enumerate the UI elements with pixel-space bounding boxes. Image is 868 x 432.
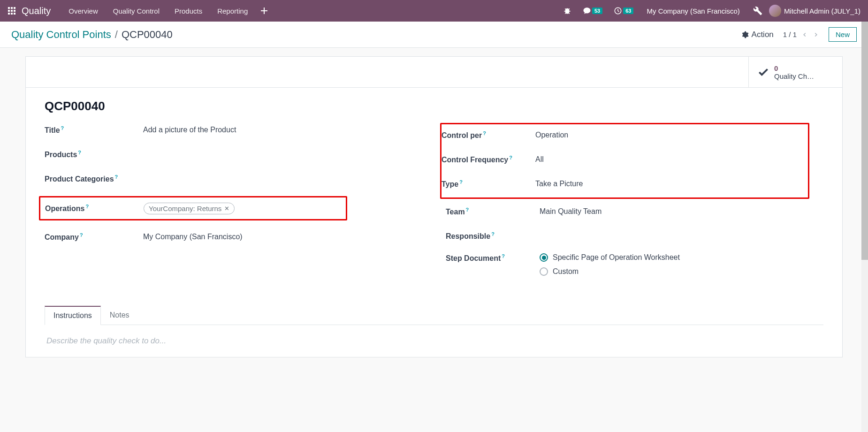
- radio-icon: [540, 267, 548, 276]
- value-operations[interactable]: YourCompany: Returns ✕: [144, 203, 235, 214]
- tabs: Instructions Notes: [45, 306, 823, 325]
- label-products: Products?: [45, 150, 143, 159]
- avatar: [769, 5, 781, 17]
- right-column: Control per? Operation Control Frequency…: [446, 123, 823, 292]
- tab-instructions[interactable]: Instructions: [45, 306, 101, 325]
- instructions-placeholder[interactable]: Describe the quality check to do...: [46, 336, 822, 346]
- label-responsible: Responsible?: [446, 231, 540, 241]
- breadcrumb-separator: /: [115, 29, 118, 41]
- pager: 1 / 1: [783, 30, 819, 38]
- value-title[interactable]: Add a picture of the Product: [143, 126, 236, 134]
- gear-icon: [741, 31, 749, 38]
- form-sheet: 0 Quality Ch… QCP00040 Title? Add a pict…: [25, 56, 843, 357]
- stat-count: 0: [774, 64, 814, 72]
- scrollbar-thumb[interactable]: [861, 22, 868, 260]
- main-navbar: Quality Overview Quality Control Product…: [0, 0, 868, 22]
- tag-operation[interactable]: YourCompany: Returns ✕: [144, 203, 235, 214]
- tab-notes[interactable]: Notes: [101, 306, 138, 325]
- label-team: Team?: [446, 207, 540, 216]
- messages-badge: 53: [592, 8, 602, 14]
- radio-icon: [540, 253, 548, 262]
- breadcrumb-parent[interactable]: Quality Control Points: [11, 29, 111, 41]
- value-team[interactable]: Main Quality Team: [540, 207, 602, 216]
- check-icon: [757, 66, 769, 78]
- pager-prev[interactable]: [801, 31, 808, 38]
- label-operations: Operations?: [45, 204, 144, 213]
- label-company: Company?: [45, 232, 143, 242]
- radio-custom[interactable]: Custom: [540, 267, 680, 276]
- value-frequency[interactable]: All: [535, 155, 544, 164]
- label-control-per: Control per?: [442, 130, 535, 140]
- user-menu[interactable]: Mitchell Admin (JULY_1): [769, 5, 860, 17]
- highlight-operations: Operations? YourCompany: Returns ✕: [39, 196, 347, 220]
- record-name: QCP00040: [45, 99, 823, 114]
- nav-products[interactable]: Products: [168, 7, 209, 15]
- apps-icon[interactable]: [8, 7, 16, 15]
- tab-content: Describe the quality check to do...: [45, 325, 823, 357]
- nav-overview[interactable]: Overview: [62, 7, 105, 15]
- new-tab-icon[interactable]: [256, 8, 272, 14]
- label-type: Type?: [442, 179, 535, 189]
- nav-reporting[interactable]: Reporting: [211, 7, 254, 15]
- svg-rect-5: [14, 10, 15, 12]
- svg-rect-4: [11, 10, 13, 12]
- value-company[interactable]: My Company (San Francisco): [143, 233, 243, 241]
- username: Mitchell Admin (JULY_1): [784, 7, 860, 15]
- label-frequency: Control Frequency?: [442, 155, 535, 164]
- activities-icon[interactable]: 63: [609, 7, 638, 15]
- svg-rect-0: [8, 7, 10, 9]
- svg-rect-7: [11, 13, 13, 15]
- label-step-doc: Step Document?: [446, 253, 540, 263]
- svg-rect-8: [14, 13, 15, 15]
- breadcrumb-bar: Quality Control Points / QCP00040 Action…: [0, 22, 868, 48]
- label-title: Title?: [45, 125, 143, 135]
- svg-rect-2: [14, 7, 15, 9]
- debug-icon[interactable]: [748, 6, 767, 15]
- tag-remove-icon[interactable]: ✕: [224, 205, 229, 212]
- company-selector[interactable]: My Company (San Francisco): [640, 7, 746, 15]
- pager-next[interactable]: [813, 31, 819, 38]
- svg-rect-6: [8, 13, 10, 15]
- new-button[interactable]: New: [829, 27, 857, 42]
- svg-rect-1: [11, 7, 13, 9]
- svg-rect-10: [261, 10, 267, 11]
- pager-text: 1 / 1: [783, 30, 797, 38]
- app-brand[interactable]: Quality: [22, 6, 51, 16]
- breadcrumb: Quality Control Points / QCP00040: [11, 29, 173, 41]
- messages-icon[interactable]: 53: [578, 7, 607, 15]
- breadcrumb-current: QCP00040: [122, 29, 173, 41]
- bug-icon[interactable]: [558, 7, 576, 15]
- value-type[interactable]: Take a Picture: [535, 180, 583, 188]
- label-categories: Product Categories?: [45, 174, 143, 183]
- stat-quality-checks[interactable]: 0 Quality Ch…: [748, 57, 842, 87]
- value-control-per[interactable]: Operation: [535, 131, 568, 139]
- svg-rect-3: [8, 10, 10, 12]
- scrollbar[interactable]: [861, 22, 868, 366]
- left-column: Title? Add a picture of the Product Prod…: [45, 123, 422, 292]
- radio-specific-page[interactable]: Specific Page of Operation Worksheet: [540, 253, 680, 262]
- action-menu[interactable]: Action: [741, 30, 774, 39]
- stat-label: Quality Ch…: [774, 72, 814, 80]
- activities-badge: 63: [623, 8, 633, 14]
- highlight-control-block: Control per? Operation Control Frequency…: [440, 123, 809, 199]
- nav-quality-control[interactable]: Quality Control: [107, 7, 166, 15]
